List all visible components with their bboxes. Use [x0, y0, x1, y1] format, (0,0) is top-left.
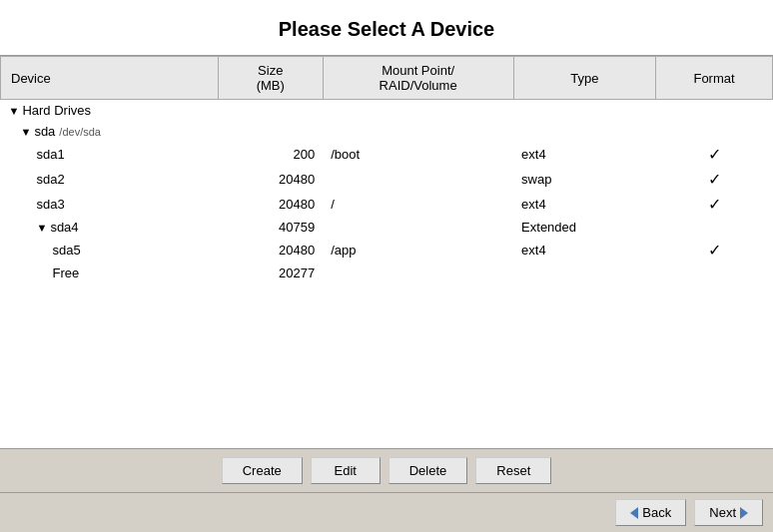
device-name: ▼sda/dev/sda	[1, 121, 219, 142]
table-row[interactable]: sda5 20480 /app ext4 ✓	[1, 238, 773, 263]
device-name: sda1	[1, 142, 219, 167]
col-header-device: Device	[1, 57, 219, 100]
col-header-format: Format	[656, 57, 773, 100]
device-size: 40759	[218, 217, 323, 238]
table-row[interactable]: sda1 200 /boot ext4 ✓	[1, 142, 773, 167]
col-header-size: Size(MB)	[218, 57, 323, 100]
device-size: 20480	[218, 192, 323, 217]
device-name: ▼Hard Drives	[1, 100, 219, 122]
device-mount: /	[323, 192, 513, 217]
next-label: Next	[709, 505, 736, 520]
device-format: ✓	[656, 192, 773, 217]
device-format	[656, 217, 773, 238]
device-mount	[323, 263, 513, 283]
create-button[interactable]: Create	[222, 457, 303, 484]
nav-bar: Back Next	[0, 492, 773, 532]
device-size: 20480	[218, 167, 323, 192]
next-button[interactable]: Next	[694, 499, 763, 526]
back-label: Back	[642, 505, 671, 520]
col-header-mount: Mount Point/RAID/Volume	[323, 57, 513, 100]
device-name: sda3	[1, 192, 219, 217]
device-type	[513, 263, 656, 283]
table-row[interactable]: sda2 20480 swap ✓	[1, 167, 773, 192]
device-mount: /app	[323, 238, 513, 263]
reset-button[interactable]: Reset	[475, 457, 551, 484]
device-format: ✓	[656, 142, 773, 167]
back-arrow-icon	[630, 507, 638, 519]
delete-button[interactable]: Delete	[388, 457, 468, 484]
action-bar: Create Edit Delete Reset	[0, 448, 773, 492]
device-table: Device Size(MB) Mount Point/RAID/Volume …	[0, 56, 773, 283]
device-size: 20480	[218, 238, 323, 263]
page-title: Please Select A Device	[0, 0, 773, 55]
device-type: swap	[513, 167, 656, 192]
device-mount	[323, 167, 513, 192]
back-button[interactable]: Back	[615, 499, 686, 526]
device-size: 200	[218, 142, 323, 167]
next-arrow-icon	[740, 507, 748, 519]
table-row[interactable]: Free 20277	[1, 263, 773, 283]
table-row[interactable]: ▼Hard Drives	[1, 100, 773, 122]
device-type: ext4	[513, 238, 656, 263]
table-row[interactable]: sda3 20480 / ext4 ✓	[1, 192, 773, 217]
device-type: Extended	[513, 217, 656, 238]
table-row[interactable]: ▼sda/dev/sda	[1, 121, 773, 142]
device-size: 20277	[218, 263, 323, 283]
device-mount	[323, 217, 513, 238]
device-mount: /boot	[323, 142, 513, 167]
device-name: sda2	[1, 167, 219, 192]
device-format: ✓	[656, 167, 773, 192]
device-type: ext4	[513, 192, 656, 217]
device-table-container: Device Size(MB) Mount Point/RAID/Volume …	[0, 55, 773, 448]
main-content: Please Select A Device Device Size(MB) M…	[0, 0, 773, 448]
edit-button[interactable]: Edit	[311, 457, 381, 484]
device-type: ext4	[513, 142, 656, 167]
device-name: sda5	[1, 238, 219, 263]
table-row[interactable]: ▼sda4 40759 Extended	[1, 217, 773, 238]
device-format	[656, 263, 773, 283]
device-name: ▼sda4	[1, 217, 219, 238]
device-format: ✓	[656, 238, 773, 263]
col-header-type: Type	[513, 57, 656, 100]
device-name: Free	[1, 263, 219, 283]
